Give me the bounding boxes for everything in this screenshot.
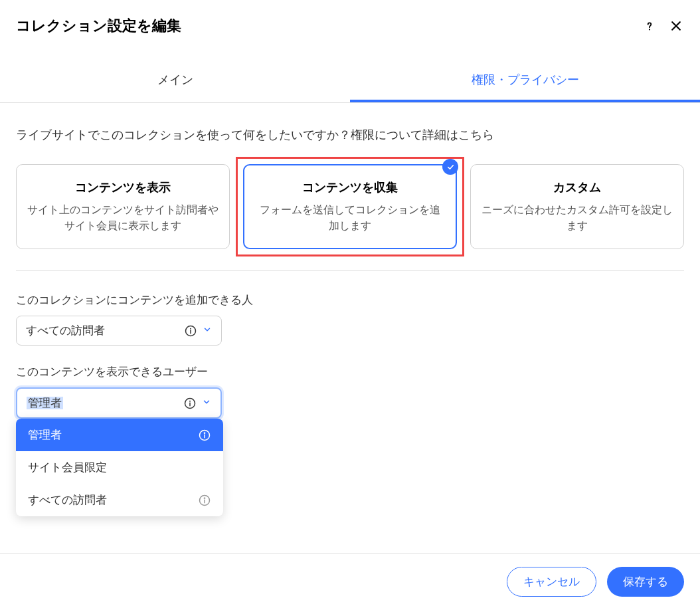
card-wrapper-custom: カスタム ニーズに合わせたカスタム許可を設定します: [470, 164, 684, 249]
permission-cards: コンテンツを表示 サイト上のコンテンツをサイト訪問者やサイト会員に表示します コ…: [16, 164, 684, 249]
dialog-header: コレクション設定を編集: [0, 0, 700, 47]
svg-point-0: [649, 29, 650, 30]
option-label: サイト会員限定: [28, 460, 107, 475]
question-text: ライブサイトでこのコレクションを使って何をしたいですか？: [16, 128, 351, 142]
svg-point-4: [189, 400, 191, 401]
svg-point-6: [204, 432, 205, 433]
option-label: 管理者: [28, 427, 62, 443]
divider: [16, 270, 684, 271]
info-icon[interactable]: [183, 397, 197, 410]
select-who-can-view[interactable]: 管理者: [16, 387, 222, 419]
card-wrapper-collect: コンテンツを収集 フォームを送信してコレクションを追加します: [236, 157, 464, 256]
tab-main[interactable]: メイン: [0, 60, 350, 102]
card-custom[interactable]: カスタム ニーズに合わせたカスタム許可を設定します: [470, 164, 684, 249]
dropdown-option-members[interactable]: サイト会員限定: [16, 451, 223, 484]
check-icon: [442, 159, 458, 175]
card-desc: ニーズに合わせたカスタム許可を設定します: [481, 202, 673, 234]
field-label: このコレクションにコンテンツを追加できる人: [16, 292, 684, 308]
help-icon[interactable]: [642, 18, 657, 34]
card-show-content[interactable]: コンテンツを表示 サイト上のコンテンツをサイト訪問者やサイト会員に表示します: [16, 164, 230, 249]
select-icons: [183, 397, 211, 410]
option-label: すべての訪問者: [28, 492, 107, 508]
permissions-question: ライブサイトでこのコレクションを使って何をしたいですか？権限について詳細はこちら: [16, 127, 684, 143]
info-icon[interactable]: [198, 429, 211, 442]
chevron-down-icon: [203, 324, 212, 338]
select-icons: [184, 324, 212, 338]
svg-point-2: [190, 328, 191, 329]
info-icon[interactable]: [198, 494, 211, 507]
chevron-down-icon: [202, 397, 211, 410]
permissions-learn-more-link[interactable]: 権限について詳細はこちら: [351, 128, 494, 142]
save-button[interactable]: 保存する: [607, 567, 684, 597]
close-icon[interactable]: [668, 18, 684, 34]
field-who-can-view: このコンテンツを表示できるユーザー 管理者: [16, 364, 684, 419]
dropdown-option-admin[interactable]: 管理者: [16, 419, 223, 451]
select-value: すべての訪問者: [26, 323, 184, 338]
info-icon[interactable]: [184, 324, 197, 338]
card-title: コンテンツを収集: [255, 179, 445, 195]
dialog-title: コレクション設定を編集: [16, 16, 181, 36]
card-collect-content[interactable]: コンテンツを収集 フォームを送信してコレクションを追加します: [243, 164, 457, 249]
card-desc: フォームを送信してコレクションを追加します: [255, 202, 445, 234]
select-value: 管理者: [27, 395, 63, 411]
field-label: このコンテンツを表示できるユーザー: [16, 364, 684, 379]
select-who-can-add[interactable]: すべての訪問者: [16, 316, 222, 346]
field-who-can-add: このコレクションにコンテンツを追加できる人 すべての訪問者: [16, 292, 684, 346]
svg-point-8: [204, 497, 205, 498]
card-desc: サイト上のコンテンツをサイト訪問者やサイト会員に表示します: [27, 202, 219, 234]
card-wrapper-show: コンテンツを表示 サイト上のコンテンツをサイト訪問者やサイト会員に表示します: [16, 164, 230, 249]
card-title: コンテンツを表示: [27, 179, 219, 195]
content-area: ライブサイトでこのコレクションを使って何をしたいですか？権限について詳細はこちら…: [0, 103, 700, 453]
dropdown-who-can-view: 管理者 サイト会員限定 すべての訪問者: [16, 419, 223, 516]
dropdown-option-visitors[interactable]: すべての訪問者: [16, 484, 223, 516]
tab-privacy[interactable]: 権限・プライバシー: [350, 60, 700, 102]
header-actions: [642, 18, 684, 34]
tabs: メイン 権限・プライバシー: [0, 60, 700, 103]
dialog-footer: キャンセル 保存する: [0, 553, 700, 610]
cancel-button[interactable]: キャンセル: [507, 567, 596, 597]
card-title: カスタム: [481, 179, 673, 195]
